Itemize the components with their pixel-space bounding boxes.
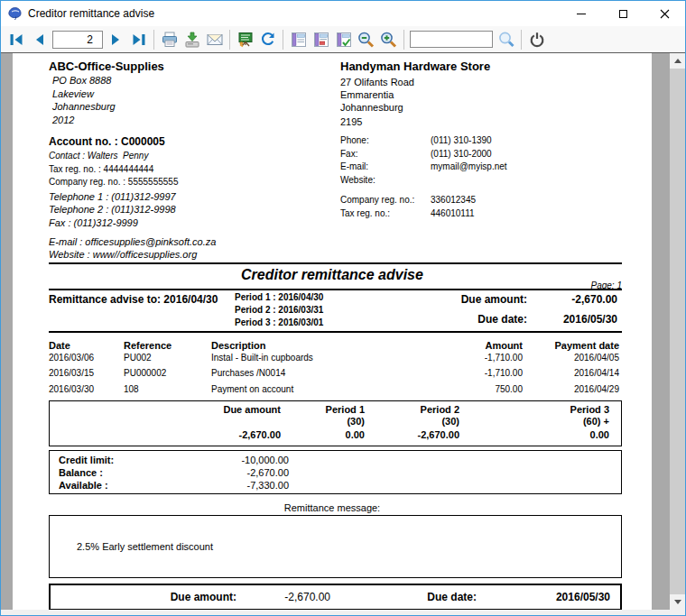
minimize-icon [577, 14, 586, 14]
zoom-out-icon [357, 31, 375, 49]
print-icon [161, 31, 179, 49]
credit-limit-label: Credit limit: [59, 455, 114, 466]
cell-date: 2016/03/15 [49, 368, 94, 379]
search-input[interactable] [410, 31, 493, 48]
refresh-icon [259, 31, 277, 49]
col-header-amount: Amount [401, 340, 523, 352]
footer-due-amount-label: Due amount: [56, 592, 236, 604]
page-layout-alt-icon [312, 31, 330, 49]
page-number-input[interactable] [52, 31, 103, 49]
title-bar: Creditor remittance advise [1, 1, 685, 26]
supplier-company-reg: Company reg. no. : 5555555555 [49, 177, 178, 188]
company-contact-label: Fax: [340, 149, 357, 160]
window-controls [561, 1, 685, 26]
due-amount-label: Due amount: [392, 294, 527, 307]
company-reg-value: 336012345 [431, 195, 476, 206]
company-address-line: 2195 [340, 116, 362, 128]
toolbar-separator [403, 30, 404, 50]
power-exit-button[interactable] [525, 28, 548, 51]
supplier-address-line: Johannesburg [52, 101, 116, 113]
aging-col-value: 0.00 [459, 429, 609, 441]
maximize-button[interactable] [602, 1, 644, 26]
print-to-file-button[interactable] [181, 28, 203, 51]
cell-reference: PU002 [124, 353, 152, 363]
page-layout-check-icon [335, 31, 353, 49]
app-icon [7, 6, 23, 21]
credit-box: Credit limit: -10,000.00 Balance : -2,67… [49, 450, 622, 494]
page-layout-button[interactable] [287, 28, 310, 51]
credit-limit-value: -10,000.00 [176, 455, 289, 466]
aging-col-sub: (30) [365, 416, 459, 428]
supplier-account-no: Account no. : C000005 [49, 136, 165, 149]
last-page-button[interactable] [127, 28, 150, 51]
aging-col-value: -2,670.00 [50, 429, 281, 441]
supplier-address-line: 2012 [52, 115, 74, 126]
cell-description: Payment on account [211, 384, 293, 395]
scrollbar-thumb[interactable] [670, 69, 685, 594]
supplier-tax-reg: Tax reg. no. : 4444444444 [49, 164, 153, 175]
footer-totals-box: Due amount: -2,670.00 Due date: 2016/05/… [49, 584, 622, 610]
previous-page-button[interactable] [28, 28, 51, 51]
scroll-down-icon [674, 600, 681, 604]
aging-col-title: Due amount [50, 404, 281, 416]
footer-due-date-label: Due date: [348, 592, 477, 604]
page-layout-icon [290, 31, 308, 49]
app-window: Creditor remittance advise [0, 0, 686, 616]
cell-date: 2016/03/30 [49, 384, 94, 395]
col-header-payment-date: Payment date [532, 340, 619, 352]
export-icon [236, 31, 255, 49]
first-page-button[interactable] [5, 28, 28, 51]
balance-label: Balance : [59, 467, 103, 479]
period1: Period 1 : 2016/04/30 [235, 292, 323, 303]
supplier-telephone1: Telephone 1 : (011)312-9997 [49, 191, 176, 203]
page-layout-check-button[interactable] [332, 28, 355, 51]
company-address-line: Emmarentia [340, 89, 394, 101]
zoom-out-button[interactable] [355, 28, 377, 51]
remittance-message-label: Remittance message: [13, 502, 652, 514]
scroll-up-button[interactable] [670, 53, 685, 69]
zoom-in-icon [379, 31, 398, 49]
print-button[interactable] [158, 28, 181, 51]
company-address-line: 27 Olifants Road [340, 77, 414, 88]
cell-amount: 750.00 [401, 384, 523, 395]
cell-payment-date: 2016/04/14 [532, 368, 619, 379]
close-icon [660, 9, 670, 19]
company-address-line: Johannesburg [340, 102, 403, 114]
company-contact-value: mymail@myisp.net [431, 161, 507, 172]
email-icon [206, 31, 224, 49]
footer-due-amount-value: -2,670.00 [236, 592, 330, 604]
balance-value: -2,670.00 [176, 467, 289, 479]
search-button[interactable] [495, 28, 517, 51]
available-value: -7,330.00 [176, 480, 289, 492]
vertical-scrollbar[interactable] [670, 53, 685, 610]
supplier-telephone2: Telephone 2 : (011)312-9998 [49, 204, 176, 216]
email-button[interactable] [203, 28, 226, 51]
col-header-description: Description [211, 340, 266, 352]
company-contact-label: Website: [340, 175, 375, 186]
scroll-down-button[interactable] [670, 594, 685, 610]
cell-amount: -1,710.00 [401, 353, 523, 363]
refresh-button[interactable] [256, 28, 279, 51]
aging-box: Due amount Period 1 Period 2 Period 3 (3… [49, 400, 622, 446]
due-date-label: Due date: [392, 314, 527, 326]
search-icon [497, 31, 515, 49]
remittance-message-box: 2.5% Early settlement discount [49, 515, 622, 578]
col-header-reference: Reference [124, 340, 172, 352]
minimize-button[interactable] [561, 1, 602, 26]
period2: Period 2 : 2016/03/31 [235, 305, 323, 316]
cell-reference: PU000002 [124, 368, 166, 379]
company-reg-value: 446010111 [431, 208, 475, 219]
company-reg-label: Company reg. no.: [340, 195, 414, 206]
page-layout-alt-button[interactable] [310, 28, 332, 51]
supplier-website: Website : www//officesupplies.org [49, 249, 197, 261]
supplier-address-line: Lakeview [52, 88, 94, 100]
zoom-in-button[interactable] [377, 28, 400, 51]
next-page-button[interactable] [105, 28, 127, 51]
export-button[interactable] [234, 28, 256, 51]
close-button[interactable] [644, 1, 685, 26]
previous-page-icon [32, 32, 46, 47]
report-preview: ABC-Office-Supplies PO Box 8888 Lakeview… [1, 52, 685, 610]
first-page-icon [9, 32, 24, 47]
remittance-advise-to: Remittance advise to: 2016/04/30 [49, 294, 218, 307]
toolbar [1, 26, 685, 52]
